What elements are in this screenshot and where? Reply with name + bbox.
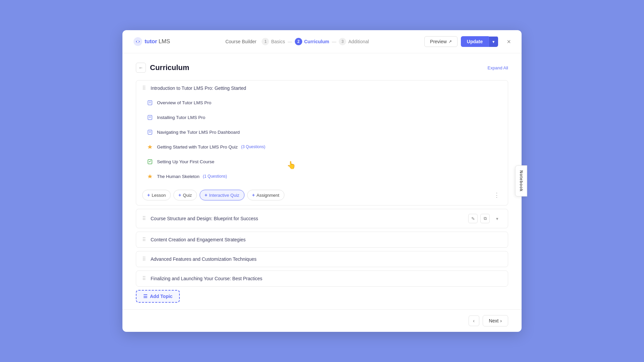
close-button[interactable]: × [507, 38, 511, 45]
list-item[interactable]: The Human Skeleton (1 Questions) [142, 170, 502, 183]
add-lesson-button[interactable]: + Lesson [142, 190, 171, 200]
topic-section-5: ⠿ Finalizing and Launching Your Course: … [136, 270, 508, 287]
collapse-topic-button-2[interactable]: ▾ [492, 214, 502, 223]
list-item[interactable]: Getting Started with Tutor LMS Pro Quiz … [142, 140, 502, 154]
lesson-icon [146, 114, 154, 121]
back-button[interactable]: ← [136, 63, 146, 73]
course-builder-label: Course Builder [225, 39, 257, 44]
page-title: Curriculum [150, 63, 189, 72]
add-quiz-label: Quiz [183, 193, 192, 198]
header-actions: Preview ↗ Update ▾ × [424, 36, 511, 47]
drag-handle-1: ⠿ [142, 85, 146, 91]
lesson-icon [146, 128, 154, 136]
update-dropdown-button[interactable]: ▾ [489, 37, 498, 47]
topic-header-5[interactable]: ⠿ Finalizing and Launching Your Course: … [136, 271, 508, 286]
list-item[interactable]: Setting Up Your First Course [142, 155, 502, 168]
add-interactive-quiz-label: Interactive Quiz [209, 193, 239, 198]
breadcrumb-step-3[interactable]: 3 Additional [339, 38, 369, 45]
notebook-label: Notebook [519, 170, 523, 191]
topic-header-3[interactable]: ⠿ Content Creation and Engagement Strate… [136, 232, 508, 247]
more-options-button[interactable]: ⋮ [492, 190, 502, 200]
topic-section-3: ⠿ Content Creation and Engagement Strate… [136, 232, 508, 248]
topic-name-5: Finalizing and Launching Your Course: Be… [151, 276, 502, 281]
modal-body: ← Curriculum Expand All ⠿ Introduction t… [122, 53, 522, 309]
notebook-tab[interactable]: Notebook [515, 165, 527, 196]
topic-name-1: Introduction to Tutor LMS Pro: Getting S… [151, 85, 502, 91]
chevron-right-icon: › [500, 318, 502, 323]
lesson-name: Installing Tutor LMS Pro [157, 115, 205, 120]
sep-1: — [288, 39, 292, 44]
list-item[interactable]: Navigating the Tutor LMS Pro Dashboard [142, 125, 502, 139]
drag-handle-3: ⠿ [142, 237, 146, 243]
lesson-name: Navigating the Tutor LMS Pro Dashboard [157, 130, 240, 135]
curriculum-title-row: ← Curriculum [136, 63, 189, 73]
topic-section-1: ⠿ Introduction to Tutor LMS Pro: Getting… [136, 80, 508, 205]
lesson-name: The Human Skeleton [157, 174, 200, 179]
edit-topic-button-2[interactable]: ✎ [468, 214, 478, 223]
external-icon: ↗ [448, 39, 452, 44]
drag-handle-5: ⠿ [142, 276, 146, 282]
step-2-num: 2 [295, 38, 302, 45]
add-content-row-1: + Lesson + Quiz + Interactive Quiz + Ass… [136, 186, 508, 205]
step-1-label: Basics [271, 39, 285, 44]
quiz-icon [146, 143, 154, 150]
lesson-name: Getting Started with Tutor LMS Pro Quiz [157, 144, 238, 149]
sep-2: — [332, 39, 336, 44]
preview-button[interactable]: Preview ↗ [424, 36, 458, 47]
breadcrumb-step-2[interactable]: 2 Curriculum [295, 38, 329, 45]
next-button[interactable]: Next › [483, 315, 508, 326]
previous-button[interactable]: ‹ [469, 315, 479, 326]
topic-section-2: ⠿ Course Structure and Design: Blueprint… [136, 209, 508, 228]
svg-point-1 [137, 41, 139, 43]
add-topic-button[interactable]: ☰ Add Topic [136, 290, 180, 303]
add-lesson-label: Lesson [152, 193, 166, 198]
drag-handle-2: ⠿ [142, 216, 146, 222]
curriculum-header: ← Curriculum Expand All [136, 63, 508, 73]
list-item[interactable]: Overview of Tutor LMS Pro [142, 96, 502, 109]
step-3-label: Additional [348, 39, 369, 44]
breadcrumb-step-1[interactable]: 1 Basics [262, 38, 285, 45]
topic-name-3: Content Creation and Engagement Strategi… [151, 237, 502, 242]
modal-footer: ‹ Next › [122, 309, 522, 332]
lesson-name: Setting Up Your First Course [157, 159, 214, 164]
svg-marker-11 [148, 145, 152, 149]
logo: tutor LMS [133, 37, 170, 46]
topic-name-2: Course Structure and Design: Blueprint f… [151, 216, 465, 221]
lesson-list-1: Overview of Tutor LMS Pro Installing Tut… [136, 96, 508, 186]
add-assignment-label: Assignment [257, 193, 279, 198]
breadcrumb: Course Builder 1 Basics — 2 Curriculum —… [225, 38, 369, 45]
chevron-left-icon: ‹ [473, 318, 475, 323]
topic-header-2[interactable]: ⠿ Course Structure and Design: Blueprint… [136, 209, 508, 228]
add-interactive-quiz-button[interactable]: + Interactive Quiz [200, 190, 245, 200]
plus-icon: + [147, 192, 150, 198]
topic-header-1[interactable]: ⠿ Introduction to Tutor LMS Pro: Getting… [136, 80, 508, 96]
lesson-badge: (1 Questions) [203, 174, 227, 179]
assignment-icon [146, 158, 154, 165]
drag-handle-4: ⠿ [142, 256, 146, 262]
plus-icon: + [178, 192, 181, 198]
step-1-num: 1 [262, 38, 269, 45]
copy-topic-button-2[interactable]: ⧉ [480, 214, 490, 223]
expand-all-link[interactable]: Expand All [488, 65, 508, 70]
add-topic-label: Add Topic [150, 294, 172, 299]
lesson-name: Overview of Tutor LMS Pro [157, 100, 211, 105]
topic-section-4: ⠿ Advanced Features and Customization Te… [136, 251, 508, 267]
lesson-icon [146, 99, 154, 106]
next-label: Next [489, 318, 499, 323]
update-button-group: Update ▾ [461, 36, 498, 47]
add-topic-icon: ☰ [143, 294, 148, 299]
topic-header-4[interactable]: ⠿ Advanced Features and Customization Te… [136, 251, 508, 267]
plus-icon: + [205, 192, 207, 198]
topic-actions-2: ✎ ⧉ ▾ [468, 214, 502, 223]
add-quiz-button[interactable]: + Quiz [173, 190, 197, 200]
add-assignment-button[interactable]: + Assignment [247, 190, 284, 200]
quiz-icon [146, 173, 154, 180]
list-item[interactable]: Installing Tutor LMS Pro [142, 111, 502, 124]
plus-icon: + [252, 192, 255, 198]
update-button[interactable]: Update [461, 36, 489, 47]
topic-name-4: Advanced Features and Customization Tech… [151, 256, 502, 262]
preview-label: Preview [430, 39, 447, 44]
logo-icon [133, 37, 143, 46]
modal-header: tutor LMS Course Builder 1 Basics — 2 Cu… [122, 30, 522, 53]
lesson-badge: (3 Questions) [241, 144, 265, 149]
